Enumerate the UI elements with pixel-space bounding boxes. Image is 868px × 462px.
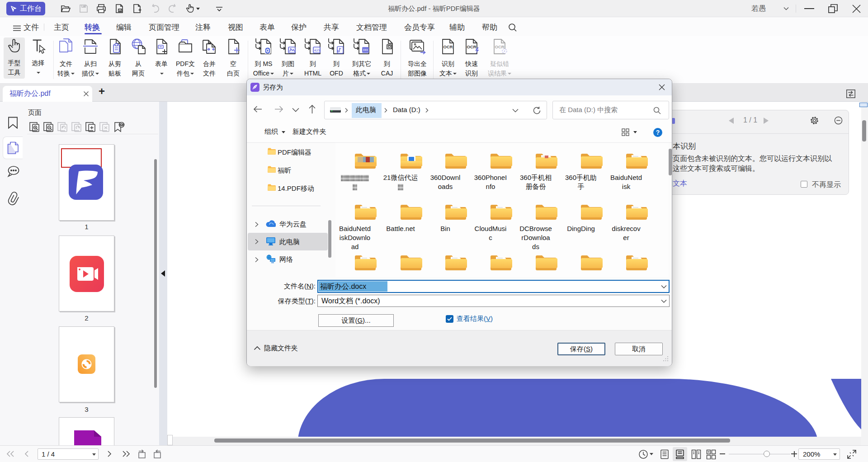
svg-text:</>: </> xyxy=(314,48,321,52)
